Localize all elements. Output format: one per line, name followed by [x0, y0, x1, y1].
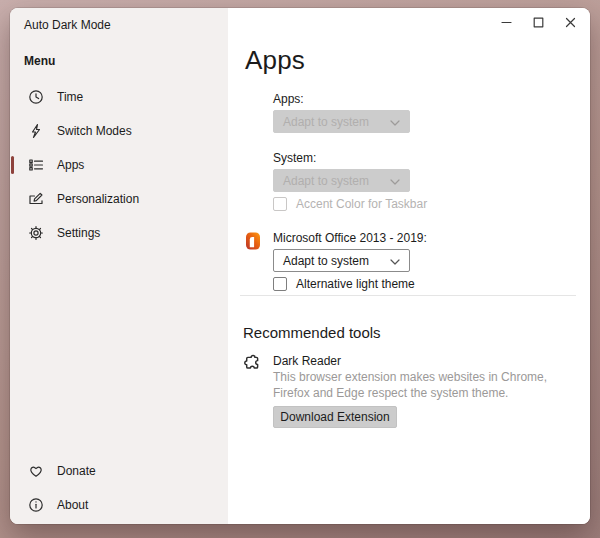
sidebar-item-label: Personalization	[57, 192, 139, 206]
checkbox-icon[interactable]	[273, 277, 287, 291]
sidebar-footer: Donate About	[10, 454, 228, 522]
system-group: System: Adapt to system Accent Color for…	[228, 151, 590, 211]
sidebar-item-label: About	[57, 498, 88, 512]
list-icon	[28, 157, 44, 173]
sidebar-item-label: Switch Modes	[57, 124, 132, 138]
sidebar-item-label: Time	[57, 90, 83, 104]
apps-group-icon-col	[243, 92, 273, 133]
sidebar-item-label: Settings	[57, 226, 100, 240]
chevron-down-icon	[390, 254, 400, 268]
main-content: Apps Apps: Adapt to system	[228, 8, 590, 524]
sidebar: Auto Dark Mode Menu Time Switch Modes	[10, 8, 228, 524]
system-dropdown-label: System:	[273, 151, 427, 165]
sidebar-item-about[interactable]: About	[10, 488, 228, 522]
recommended-tools-heading: Recommended tools	[243, 323, 590, 343]
page-title: Apps	[245, 44, 590, 76]
office-dropdown[interactable]: Adapt to system	[273, 249, 410, 272]
maximize-icon	[533, 16, 544, 31]
checkbox-icon	[273, 197, 287, 211]
apps-dropdown-label: Apps:	[273, 92, 410, 106]
system-dropdown: Adapt to system	[273, 169, 410, 192]
gear-icon	[28, 225, 44, 241]
alternative-light-theme-checkbox-label: Alternative light theme	[296, 277, 415, 291]
settings-groups: Apps: Adapt to system	[228, 92, 590, 291]
dark-reader-tool: Dark Reader This browser extension makes…	[228, 354, 590, 428]
accent-color-taskbar-checkbox-label: Accent Color for Taskbar	[296, 197, 427, 211]
lightning-icon	[28, 123, 44, 139]
tool-icon-col	[243, 354, 273, 428]
alternative-light-theme-checkbox-row: Alternative light theme	[273, 277, 427, 291]
sidebar-item-label: Apps	[57, 158, 84, 172]
menu-heading: Menu	[24, 54, 228, 68]
sidebar-item-donate[interactable]: Donate	[10, 454, 228, 488]
heart-icon	[28, 463, 44, 479]
devices-icon	[243, 157, 263, 174]
office-dropdown-label: Microsoft Office 2013 - 2019:	[273, 231, 427, 245]
sidebar-item-time[interactable]: Time	[10, 80, 228, 114]
office-group-icon-col	[243, 231, 273, 291]
accent-color-taskbar-checkbox-row: Accent Color for Taskbar	[273, 197, 427, 211]
sidebar-item-label: Donate	[57, 464, 96, 478]
info-icon	[28, 497, 44, 513]
puzzle-icon	[243, 358, 261, 375]
minimize-button[interactable]	[490, 8, 522, 38]
system-group-icon-col	[243, 151, 273, 211]
tool-name: Dark Reader	[273, 354, 547, 369]
minimize-icon	[501, 16, 512, 31]
sidebar-spacer	[10, 250, 228, 442]
desktop-background: Auto Dark Mode Menu Time Switch Modes	[0, 0, 600, 538]
auto-dark-mode-window: Auto Dark Mode Menu Time Switch Modes	[10, 8, 590, 524]
apps-dropdown: Adapt to system	[273, 110, 410, 133]
clock-icon	[28, 89, 44, 105]
section-divider	[240, 295, 576, 296]
sidebar-item-switch-modes[interactable]: Switch Modes	[10, 114, 228, 148]
system-dropdown-value: Adapt to system	[283, 174, 369, 188]
chevron-down-icon	[390, 174, 400, 188]
chevron-down-icon	[390, 115, 400, 129]
list-icon	[243, 98, 263, 115]
office-dropdown-value: Adapt to system	[283, 254, 369, 268]
sidebar-item-apps[interactable]: Apps	[10, 148, 228, 182]
download-extension-button[interactable]: Download Extension	[273, 406, 397, 428]
tool-description-line1: This browser extension makes websites in…	[273, 369, 547, 385]
close-button[interactable]	[554, 8, 586, 38]
window-controls	[490, 8, 586, 38]
edit-icon	[28, 191, 44, 207]
close-icon	[565, 16, 576, 31]
apps-group: Apps: Adapt to system	[228, 92, 590, 133]
sidebar-item-personalization[interactable]: Personalization	[10, 182, 228, 216]
office-group: Microsoft Office 2013 - 2019: Adapt to s…	[228, 231, 590, 291]
apps-dropdown-value: Adapt to system	[283, 115, 369, 129]
sidebar-nav: Time Switch Modes Apps	[10, 80, 228, 250]
office-icon	[243, 237, 263, 254]
app-title: Auto Dark Mode	[10, 8, 228, 32]
maximize-button[interactable]	[522, 8, 554, 38]
tool-description-line2: Firefox and Edge respect the system them…	[273, 385, 547, 401]
sidebar-item-settings[interactable]: Settings	[10, 216, 228, 250]
